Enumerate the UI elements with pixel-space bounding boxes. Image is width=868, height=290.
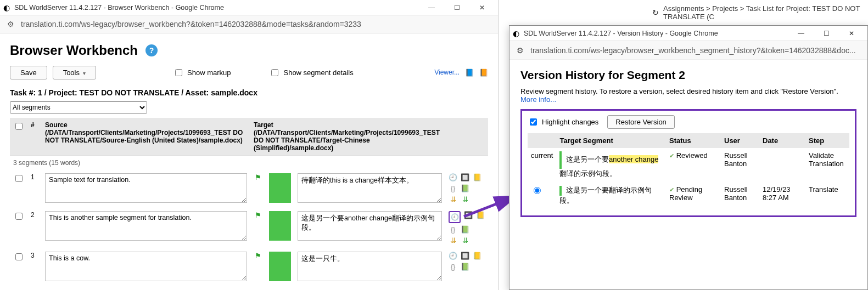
maximize-button[interactable]: ☐ — [444, 0, 469, 15]
row-checkbox[interactable] — [15, 253, 23, 260]
tools-button[interactable]: Tools — [53, 66, 96, 79]
row-num: 1 — [27, 170, 42, 208]
right-titlebar: ◐ SDL WorldServer 11.4.2.127 - Version H… — [509, 26, 867, 41]
minimize-button[interactable]: — — [788, 26, 814, 41]
url-text[interactable]: translation.ti.com/ws-legacy/browser_wor… — [21, 20, 361, 29]
code-icon[interactable]: {} — [449, 184, 457, 193]
segment-filter-select[interactable]: All segments — [10, 101, 147, 113]
select-all-checkbox[interactable] — [15, 123, 23, 130]
more-info-link[interactable]: More info... — [520, 95, 556, 104]
tgt-post: 翻译的示例句段。 — [559, 169, 617, 178]
show-segdetails-checkbox[interactable]: Show segment details — [269, 67, 353, 78]
refresh-icon[interactable]: ↻ — [652, 8, 659, 17]
history-table: Target Segment Status User Date Step cur… — [528, 133, 849, 209]
svg-line-0 — [464, 196, 516, 217]
status-cell: ✔ Reviewed — [666, 148, 721, 182]
current-radio-cell: current — [528, 148, 556, 182]
match-indicator — [269, 211, 291, 241]
table-row: 1 ⚑ 🕘 🔲 📒 {} — [10, 170, 488, 208]
viewer-link[interactable]: Viewer... — [434, 69, 460, 76]
col-target-segment: Target Segment — [556, 133, 666, 148]
col-source: Source (/DATA/Transport/Clients/Marketin… — [42, 118, 250, 156]
user-cell: Russell Banton — [721, 148, 759, 182]
close-button[interactable]: ✕ — [469, 0, 495, 15]
doc-icon-1[interactable]: 📘 — [465, 68, 474, 77]
task-line: Task #: 1 / Project: TEST DO NOT TRANSLA… — [10, 88, 488, 97]
row-num: 3 — [27, 248, 42, 286]
target-textarea[interactable] — [298, 252, 442, 281]
highlight-changes-checkbox[interactable]: Highlight changes — [528, 117, 598, 127]
match-indicator — [269, 252, 291, 281]
notes-icon[interactable]: 📒 — [473, 173, 481, 182]
minimize-button[interactable]: — — [419, 0, 444, 15]
url-text[interactable]: translation.ti.com/ws-legacy/browser_wor… — [530, 46, 856, 55]
description: Review segment history. To restore a ver… — [520, 87, 856, 104]
history-icon[interactable]: 🕘 — [449, 252, 457, 260]
doc-icon-2[interactable]: 📙 — [479, 68, 488, 77]
segment-table: # Source (/DATA/Transport/Clients/Market… — [10, 118, 488, 286]
row-checkbox[interactable] — [15, 213, 23, 220]
history-row[interactable]: 这是另一个要翻译的示例句段。 ✔ Pending Review Russell … — [528, 182, 849, 209]
table-row: 3 ⚑ 🕘 🔲 📒 {} — [10, 248, 488, 286]
row-checkbox[interactable] — [15, 175, 23, 182]
date-cell — [759, 148, 805, 182]
highlight-changes-label: Highlight changes — [542, 118, 598, 126]
page-title: Browser Workbench — [10, 43, 138, 58]
show-markup-label: Show markup — [187, 69, 231, 77]
status-flag-icon[interactable]: ⚑ — [254, 211, 262, 220]
col-status: Status — [666, 133, 721, 148]
status-cell: ✔ Pending Review — [666, 182, 721, 209]
history-row-current[interactable]: current 这是另一个要another change翻译的示例句段。 ✔ R… — [528, 148, 849, 182]
version-history-heading: Version History for Segment 2 — [520, 69, 856, 82]
site-settings-icon[interactable]: ⚙ — [515, 46, 525, 55]
code-icon[interactable]: {} — [449, 225, 457, 234]
add-note-icon[interactable]: 📗 — [461, 225, 469, 234]
restore-version-button[interactable]: Restore Version — [607, 115, 675, 129]
col-step: Step — [805, 133, 849, 148]
site-settings-icon[interactable]: ⚙ — [5, 19, 15, 29]
window-title: SDL WorldServer 11.4.2.127 - Browser Wor… — [14, 4, 415, 12]
tm-icon[interactable]: 🔲 — [461, 173, 469, 182]
arrows-down-icon[interactable]: ⇊ — [449, 195, 457, 204]
version-history-icon[interactable]: 🕘 — [449, 211, 461, 223]
help-icon[interactable]: ? — [145, 44, 158, 56]
left-window: ◐ SDL WorldServer 11.4.2.127 - Browser W… — [0, 0, 499, 290]
code-icon[interactable]: {} — [449, 263, 457, 271]
show-markup-checkbox[interactable]: Show markup — [173, 67, 231, 78]
close-button[interactable]: ✕ — [839, 26, 864, 41]
source-textarea[interactable] — [45, 211, 247, 241]
show-markup-input[interactable] — [175, 69, 182, 76]
arrows-down-green-icon[interactable]: ⇊ — [461, 236, 469, 245]
user-cell: Russell Banton — [721, 182, 759, 209]
target-segment-cell: 这是另一个要another change翻译的示例句段。 — [556, 148, 666, 182]
highlighted-region: Highlight changes Restore Version Target… — [520, 109, 856, 217]
left-address-bar: ⚙ translation.ti.com/ws-legacy/browser_w… — [0, 15, 498, 34]
show-segdetails-label: Show segment details — [283, 69, 353, 77]
status-flag-icon[interactable]: ⚑ — [254, 252, 262, 260]
table-row: 2 ⚑ 🕘 🔲 📒 {} — [10, 208, 488, 248]
show-segdetails-input[interactable] — [271, 69, 278, 76]
match-indicator — [269, 173, 291, 203]
target-textarea[interactable] — [298, 211, 442, 241]
status-flag-icon[interactable]: ⚑ — [254, 173, 262, 182]
tm-icon[interactable]: 🔲 — [461, 252, 469, 260]
target-textarea[interactable] — [298, 173, 442, 203]
step-cell: Translate — [805, 182, 849, 209]
notes-icon[interactable]: 📒 — [473, 252, 481, 260]
source-textarea[interactable] — [45, 252, 247, 281]
left-titlebar: ◐ SDL WorldServer 11.4.2.127 - Browser W… — [0, 0, 498, 15]
right-address-bar: ⚙ translation.ti.com/ws-legacy/browser_w… — [509, 41, 867, 60]
save-button[interactable]: Save — [10, 66, 47, 79]
history-icon[interactable]: 🕘 — [449, 173, 457, 182]
app-icon: ◐ — [3, 3, 10, 12]
arrows-down-icon[interactable]: ⇊ — [449, 236, 457, 245]
description-text: Review segment history. To restore a ver… — [520, 87, 838, 95]
match-bar-icon — [559, 186, 562, 196]
highlight-changes-input[interactable] — [530, 118, 537, 126]
history-row-radio[interactable] — [534, 187, 541, 194]
source-textarea[interactable] — [45, 173, 247, 203]
maximize-button[interactable]: ☐ — [814, 26, 839, 41]
date-cell: 12/19/23 8:27 AM — [759, 182, 805, 209]
col-target: Target (/DATA/Transport/Clients/Marketin… — [250, 118, 445, 156]
add-note-icon[interactable]: 📗 — [461, 263, 469, 271]
